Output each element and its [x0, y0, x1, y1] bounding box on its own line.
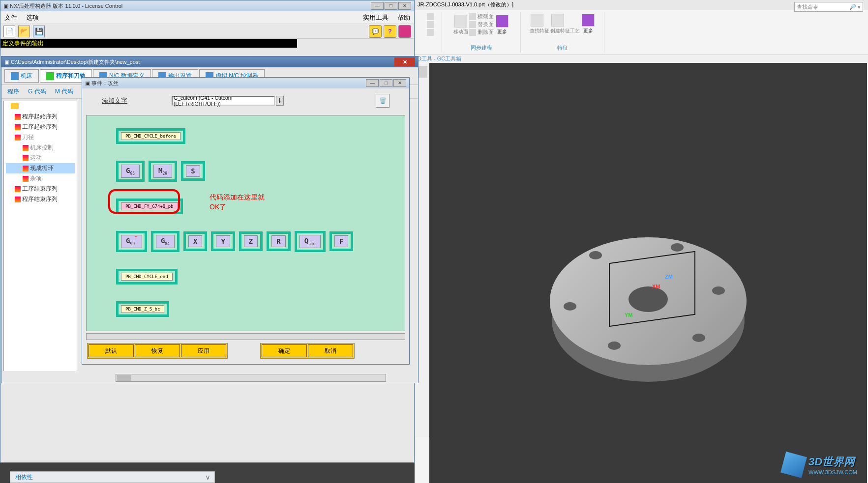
- sub-title: C:\Users\Administrator\Desktop\新建文件夹\new…: [11, 58, 140, 66]
- block-z[interactable]: Z: [239, 231, 263, 251]
- minimize-button[interactable]: —: [371, 2, 384, 10]
- delete-face-item[interactable]: 删除面: [469, 28, 494, 36]
- open-icon[interactable]: 📂: [18, 26, 30, 37]
- tree-misc[interactable]: 杂项: [6, 173, 75, 184]
- menu-tools[interactable]: 实用工具: [363, 13, 389, 22]
- ribbon-label-gc: D工具 - GC工具箱: [415, 55, 868, 63]
- block-cycle-end[interactable]: PB_CMD_CYCLE_end: [116, 269, 178, 284]
- menu-bar: 文件 选项 实用工具 帮助: [0, 11, 414, 24]
- event-dialog: ▣ 事件：攻丝 — □ ✕ 添加文字 G_cutcom (G41 - Cutco…: [82, 77, 410, 365]
- menu-file[interactable]: 文件: [4, 13, 17, 22]
- context-help-icon[interactable]: ?: [384, 25, 396, 38]
- ev-min-button[interactable]: —: [366, 79, 379, 87]
- dependency-panel[interactable]: 相依性v: [10, 471, 215, 483]
- balloon-help-icon[interactable]: 💬: [369, 25, 382, 38]
- menu-options[interactable]: 选项: [26, 13, 39, 22]
- ev-max-button[interactable]: □: [380, 79, 392, 87]
- more-feature-icon[interactable]: [582, 14, 595, 27]
- cancel-button[interactable]: 取消: [308, 344, 353, 357]
- more-icon[interactable]: [496, 15, 509, 28]
- sub-close-button[interactable]: ✕: [394, 57, 415, 66]
- tree-prog-start[interactable]: 程序起始序列: [6, 112, 75, 122]
- menu-help[interactable]: 帮助: [397, 13, 410, 22]
- block-fy-g74q[interactable]: PB_CMD_FY_G74+Q_pb: [116, 199, 183, 214]
- hscrollbar[interactable]: [116, 374, 386, 382]
- apply-button[interactable]: 应用: [181, 344, 226, 357]
- default-button[interactable]: 默认: [89, 344, 134, 357]
- close-button[interactable]: ✕: [398, 2, 411, 10]
- create-feature-icon[interactable]: [551, 14, 564, 27]
- ribbon-group-feature: 查找特征 创建特征工艺 更多 特征: [521, 12, 604, 53]
- block-r[interactable]: R: [267, 231, 290, 251]
- block-s[interactable]: S: [181, 161, 205, 181]
- maximize-button[interactable]: □: [385, 2, 397, 10]
- nx-application: JR-ZDCCSLJ-0033-V1.0.prt（修改的）] 查找命令🔎 ▾ 移…: [415, 0, 868, 483]
- subtab-mcode[interactable]: M 代码: [55, 87, 73, 96]
- annotation-text: 代码添加在这里就OK了: [210, 192, 265, 212]
- block-m29[interactable]: M29: [149, 161, 177, 182]
- axis-triad: XM YM ZM: [652, 284, 660, 289]
- app-icon: ▣: [3, 3, 8, 9]
- tree-prog-end[interactable]: 程序结束序列: [6, 194, 75, 204]
- new-icon[interactable]: 📄: [3, 26, 15, 37]
- ribbon-group-mini: [419, 12, 442, 53]
- trash-button[interactable]: 🗑️: [376, 94, 389, 108]
- tree-canned-cycle[interactable]: 现成循环: [6, 163, 75, 173]
- nx-3d-viewport[interactable]: XM YM ZM 3D世界网 WWW.3DSJW.COM: [429, 63, 867, 483]
- save-icon[interactable]: 💾: [33, 26, 45, 37]
- block-q[interactable]: Q5mo: [295, 231, 326, 252]
- ribbon-group-sync: 移动面 横截面 替换面 删除面 更多 同步建模: [442, 12, 521, 53]
- manual-icon[interactable]: [398, 25, 411, 38]
- add-text-link[interactable]: 添加文字: [102, 96, 127, 105]
- sequence-tree[interactable]: 程序起始序列 工序起始序列 刀径 机床控制 运动 现成循环 杂项 工序结束序列 …: [3, 101, 77, 379]
- block-g84[interactable]: G84: [151, 231, 180, 252]
- tree-machine-ctrl[interactable]: 机床控制: [6, 142, 75, 153]
- dialog-buttons: 默认 恢复 应用 确定 取消: [82, 340, 409, 362]
- subtab-gcode[interactable]: G 代码: [28, 87, 46, 96]
- tree-toolpath[interactable]: 刀径: [6, 132, 75, 142]
- subtab-program[interactable]: 程序: [7, 87, 19, 96]
- block-canvas[interactable]: PB_CMD_CYCLE_before G95 M29 S PB_CMD_FY_…: [86, 115, 405, 331]
- cross-section-item[interactable]: 横截面: [469, 13, 494, 21]
- command-search[interactable]: 查找命令🔎 ▾: [794, 2, 863, 12]
- block-g99[interactable]: G99°: [116, 231, 147, 252]
- event-toolbar: 添加文字 G_cutcom (G41 - Cutcom (LEFT/RIGHT/…: [82, 88, 409, 113]
- block-y[interactable]: Y: [211, 231, 235, 251]
- status-strip: 定义事件的输出: [0, 39, 414, 48]
- main-title: NX/后处理构造器 版本 11.0.0 - License Control: [10, 2, 122, 10]
- sub-bottom: [2, 371, 418, 383]
- tree-op-start[interactable]: 工序起始序列: [6, 122, 75, 132]
- main-title-bar: ▣ NX/后处理构造器 版本 11.0.0 - License Control …: [0, 0, 414, 11]
- nx-ribbon: 查找命令🔎 ▾ 移动面 横截面 替换面 删除面 更多 同步建模 查找特征 创建特…: [415, 10, 868, 55]
- restore-button[interactable]: 恢复: [135, 344, 180, 357]
- tree-root-icon: [11, 103, 19, 109]
- block-f[interactable]: F: [329, 231, 353, 251]
- block-g95[interactable]: G95: [116, 161, 145, 182]
- tree-op-end[interactable]: 工序结束序列: [6, 184, 75, 194]
- move-face-icon[interactable]: [454, 15, 467, 28]
- model-disk: XM YM ZM: [545, 218, 751, 385]
- main-toolbar: 📄 📂 💾 💬 ?: [0, 24, 414, 39]
- block-cycle-before[interactable]: PB_CMD_CYCLE_before: [116, 128, 185, 144]
- event-title: 事件：攻丝: [91, 80, 119, 87]
- word-combo[interactable]: G_cutcom (G41 - Cutcom (LEFT/RIGHT/OFF)): [172, 96, 275, 106]
- replace-face-item[interactable]: 替换面: [469, 21, 494, 28]
- watermark: 3D世界网 WWW.3DSJW.COM: [783, 454, 857, 476]
- ev-close-button[interactable]: ✕: [393, 79, 406, 87]
- canvas-hscroll[interactable]: [86, 333, 405, 340]
- sub-title-bar: ▣ C:\Users\Administrator\Desktop\新建文件夹\n…: [1, 57, 418, 67]
- find-feature-icon[interactable]: [531, 14, 543, 27]
- ok-button[interactable]: 确定: [262, 344, 307, 357]
- block-x[interactable]: X: [183, 231, 207, 251]
- tree-motion[interactable]: 运动: [6, 153, 75, 163]
- event-title-bar: ▣ 事件：攻丝 — □ ✕: [82, 78, 409, 88]
- tab-machine[interactable]: 机床: [4, 69, 39, 83]
- combo-dropdown-icon[interactable]: ⭳: [276, 96, 284, 106]
- watermark-cube-icon: [780, 452, 807, 478]
- block-zsbc[interactable]: PB_CMD_Z_S_bc: [116, 301, 169, 317]
